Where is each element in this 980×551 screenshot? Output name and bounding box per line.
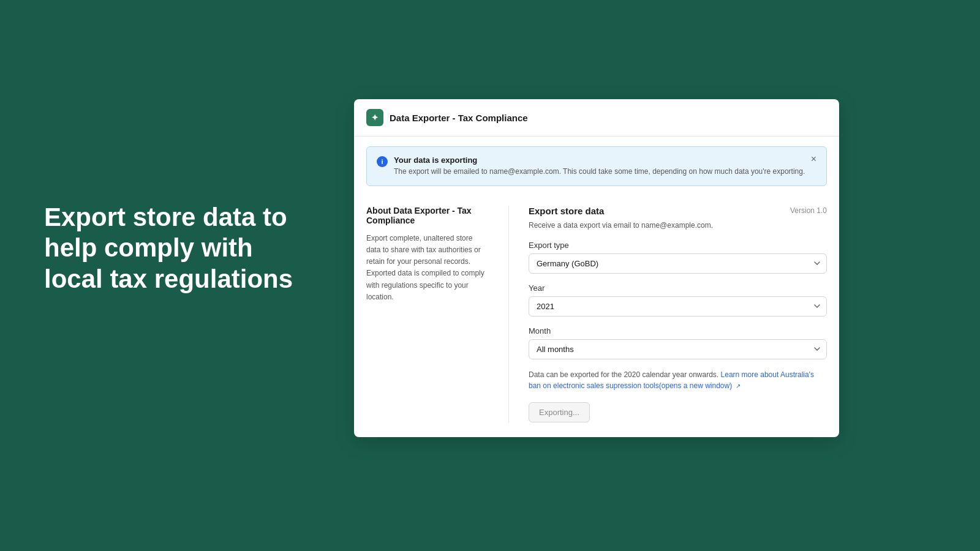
notification-description: The export will be emailed to name@examp… [394,167,816,177]
left-panel-title: About Data Exporter - Tax Compliance [366,206,489,225]
vertical-divider [508,206,509,422]
notification-title: Your data is exporting [394,156,816,165]
export-type-select[interactable]: Germany (GoBD) Austria France Spain Ital… [529,253,827,274]
year-group: Year 2021 2020 2019 2018 [529,283,827,317]
month-group: Month All months January February March … [529,326,827,359]
export-button[interactable]: Exporting... [529,402,590,422]
info-icon: i [377,156,388,167]
right-panel-header: Export store data Version 1.0 [529,206,827,216]
right-panel: Export store data Version 1.0 Receive a … [529,206,827,422]
right-panel-title: Export store data [529,206,604,216]
modal-window: ✦ Data Exporter - Tax Compliance i Your … [354,99,839,437]
year-label: Year [529,283,827,293]
version-label: Version 1.0 [790,206,827,215]
info-note: Data can be exported for the 2020 calend… [529,369,827,391]
month-select[interactable]: All months January February March April … [529,339,827,359]
modal-body: About Data Exporter - Tax Compliance Exp… [354,196,839,437]
notification-close-button[interactable]: × [809,153,819,165]
month-label: Month [529,326,827,335]
left-panel: About Data Exporter - Tax Compliance Exp… [366,206,489,422]
notification-banner: i Your data is exporting The export will… [366,146,827,186]
modal-title: Data Exporter - Tax Compliance [390,113,528,123]
modal-header: ✦ Data Exporter - Tax Compliance [354,99,839,137]
export-type-label: Export type [529,241,827,250]
app-icon-label: ✦ [371,113,379,122]
app-icon: ✦ [366,109,383,126]
info-note-text: Data can be exported for the 2020 calend… [529,370,718,379]
notification-content: Your data is exporting The export will b… [394,156,816,177]
external-link-icon: ↗ [736,383,741,389]
hero-heading: Export store data to help comply with lo… [44,202,307,294]
left-panel-description: Export complete, unaltered store data to… [366,233,489,303]
email-line: Receive a data export via email to name@… [529,221,827,230]
export-type-group: Export type Germany (GoBD) Austria Franc… [529,241,827,274]
year-select[interactable]: 2021 2020 2019 2018 [529,296,827,317]
